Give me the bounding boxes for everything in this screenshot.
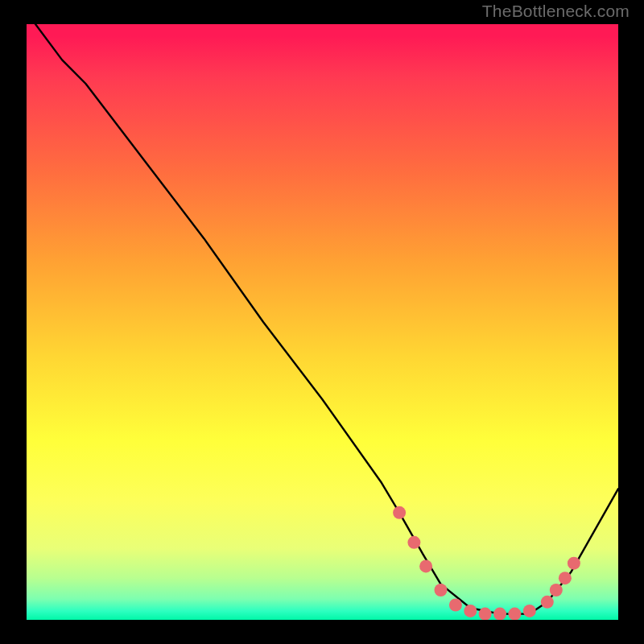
chart-svg [27,24,618,620]
marker-point [541,596,554,609]
watermark-text: TheBottleneck.com [482,2,630,21]
marker-point [508,608,521,620]
marker-point [407,536,420,549]
highlighted-points [393,506,580,620]
marker-point [419,559,432,572]
marker-point [559,572,572,584]
marker-point [435,584,448,597]
marker-point [568,557,580,570]
marker-point [464,605,477,617]
plot-area [27,24,618,620]
marker-point [550,584,563,597]
marker-point [393,506,406,519]
marker-point [523,605,536,617]
marker-point [493,608,506,620]
marker-point [479,608,492,620]
bottleneck-curve [27,24,618,614]
marker-point [449,599,462,612]
chart-frame: TheBottleneck.com [0,0,644,644]
